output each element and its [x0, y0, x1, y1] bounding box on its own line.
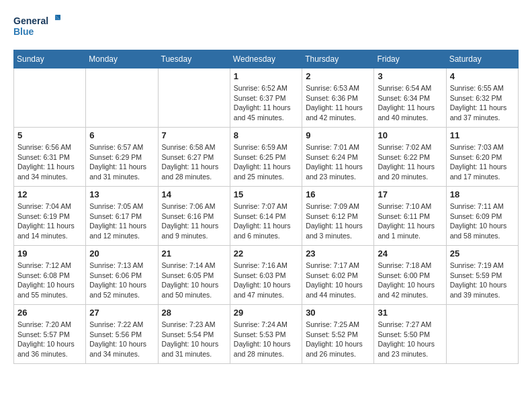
logo-svg: General Blue — [13, 13, 60, 39]
day-number: 24 — [378, 248, 442, 259]
day-number: 29 — [234, 308, 298, 318]
day-number: 27 — [89, 308, 154, 318]
day-info: Sunrise: 7:03 AM Sunset: 6:20 PM Dayligh… — [450, 142, 515, 182]
calendar-cell: 7Sunrise: 6:58 AM Sunset: 6:27 PM Daylig… — [158, 128, 230, 187]
day-info: Sunrise: 7:22 AM Sunset: 5:56 PM Dayligh… — [89, 320, 154, 359]
calendar-cell: 8Sunrise: 6:59 AM Sunset: 6:25 PM Daylig… — [230, 128, 302, 187]
day-info: Sunrise: 6:54 AM Sunset: 6:34 PM Dayligh… — [378, 83, 442, 123]
calendar-cell: 13Sunrise: 7:05 AM Sunset: 6:17 PM Dayli… — [86, 187, 158, 246]
day-number: 31 — [378, 308, 442, 318]
calendar-cell: 14Sunrise: 7:06 AM Sunset: 6:16 PM Dayli… — [158, 187, 230, 246]
day-info: Sunrise: 7:09 AM Sunset: 6:12 PM Dayligh… — [306, 201, 370, 241]
day-number: 1 — [234, 71, 298, 81]
day-number: 2 — [306, 71, 370, 81]
day-number: 15 — [234, 189, 298, 199]
calendar-cell: 25Sunrise: 7:19 AM Sunset: 5:59 PM Dayli… — [446, 246, 518, 305]
calendar-table: SundayMondayTuesdayWednesdayThursdayFrid… — [13, 50, 519, 364]
calendar-cell: 28Sunrise: 7:23 AM Sunset: 5:54 PM Dayli… — [158, 305, 230, 364]
day-header-tuesday: Tuesday — [158, 50, 230, 68]
calendar-cell: 18Sunrise: 7:11 AM Sunset: 6:09 PM Dayli… — [446, 187, 518, 246]
day-info: Sunrise: 7:10 AM Sunset: 6:11 PM Dayligh… — [378, 201, 442, 241]
day-info: Sunrise: 7:20 AM Sunset: 5:57 PM Dayligh… — [17, 320, 82, 359]
day-info: Sunrise: 6:59 AM Sunset: 6:25 PM Dayligh… — [234, 142, 298, 182]
day-info: Sunrise: 6:53 AM Sunset: 6:36 PM Dayligh… — [306, 83, 370, 123]
day-number: 9 — [306, 130, 370, 140]
day-number: 20 — [89, 248, 154, 259]
day-number: 16 — [306, 189, 370, 199]
header-row: SundayMondayTuesdayWednesdayThursdayFrid… — [14, 50, 519, 68]
calendar-cell: 12Sunrise: 7:04 AM Sunset: 6:19 PM Dayli… — [14, 187, 86, 246]
day-info: Sunrise: 7:05 AM Sunset: 6:17 PM Dayligh… — [89, 201, 154, 241]
week-row-5: 26Sunrise: 7:20 AM Sunset: 5:57 PM Dayli… — [14, 305, 519, 364]
day-info: Sunrise: 7:24 AM Sunset: 5:53 PM Dayligh… — [234, 320, 298, 359]
calendar-cell: 24Sunrise: 7:18 AM Sunset: 6:00 PM Dayli… — [374, 246, 446, 305]
calendar-cell: 17Sunrise: 7:10 AM Sunset: 6:11 PM Dayli… — [374, 187, 446, 246]
day-info: Sunrise: 6:55 AM Sunset: 6:32 PM Dayligh… — [450, 83, 515, 123]
day-info: Sunrise: 7:02 AM Sunset: 6:22 PM Dayligh… — [378, 142, 442, 182]
day-number: 6 — [89, 130, 154, 140]
day-number: 3 — [378, 71, 442, 81]
calendar-cell: 3Sunrise: 6:54 AM Sunset: 6:34 PM Daylig… — [374, 68, 446, 128]
calendar-cell: 11Sunrise: 7:03 AM Sunset: 6:20 PM Dayli… — [446, 128, 518, 187]
calendar-cell — [14, 68, 86, 128]
calendar-cell: 4Sunrise: 6:55 AM Sunset: 6:32 PM Daylig… — [446, 68, 518, 128]
day-number: 12 — [17, 189, 82, 199]
day-number: 23 — [306, 248, 370, 259]
calendar-cell: 27Sunrise: 7:22 AM Sunset: 5:56 PM Dayli… — [86, 305, 158, 364]
day-number: 22 — [234, 248, 298, 259]
day-info: Sunrise: 6:52 AM Sunset: 6:37 PM Dayligh… — [234, 83, 298, 123]
day-info: Sunrise: 7:12 AM Sunset: 6:08 PM Dayligh… — [17, 261, 82, 300]
calendar-cell — [86, 68, 158, 128]
day-info: Sunrise: 7:27 AM Sunset: 5:50 PM Dayligh… — [378, 320, 442, 359]
calendar-cell: 9Sunrise: 7:01 AM Sunset: 6:24 PM Daylig… — [302, 128, 374, 187]
day-number: 13 — [89, 189, 154, 199]
day-header-friday: Friday — [374, 50, 446, 68]
week-row-4: 19Sunrise: 7:12 AM Sunset: 6:08 PM Dayli… — [14, 246, 519, 305]
day-number: 11 — [450, 130, 515, 140]
day-number: 17 — [378, 189, 442, 199]
day-number: 19 — [17, 248, 82, 259]
day-info: Sunrise: 6:56 AM Sunset: 6:31 PM Dayligh… — [17, 142, 82, 182]
week-row-2: 5Sunrise: 6:56 AM Sunset: 6:31 PM Daylig… — [14, 128, 519, 187]
day-header-sunday: Sunday — [14, 50, 86, 68]
day-number: 30 — [306, 308, 370, 318]
day-header-monday: Monday — [86, 50, 158, 68]
day-info: Sunrise: 7:17 AM Sunset: 6:02 PM Dayligh… — [306, 261, 370, 300]
day-info: Sunrise: 7:13 AM Sunset: 6:06 PM Dayligh… — [89, 261, 154, 300]
calendar-cell: 15Sunrise: 7:07 AM Sunset: 6:14 PM Dayli… — [230, 187, 302, 246]
day-info: Sunrise: 7:16 AM Sunset: 6:03 PM Dayligh… — [234, 261, 298, 300]
day-number: 7 — [162, 130, 226, 140]
day-number: 21 — [162, 248, 226, 259]
calendar-cell: 6Sunrise: 6:57 AM Sunset: 6:29 PM Daylig… — [86, 128, 158, 187]
day-number: 4 — [450, 71, 515, 81]
week-row-3: 12Sunrise: 7:04 AM Sunset: 6:19 PM Dayli… — [14, 187, 519, 246]
day-header-wednesday: Wednesday — [230, 50, 302, 68]
day-info: Sunrise: 7:18 AM Sunset: 6:00 PM Dayligh… — [378, 261, 442, 300]
day-number: 5 — [17, 130, 82, 140]
calendar-cell: 16Sunrise: 7:09 AM Sunset: 6:12 PM Dayli… — [302, 187, 374, 246]
calendar-cell — [158, 68, 230, 128]
calendar-cell: 10Sunrise: 7:02 AM Sunset: 6:22 PM Dayli… — [374, 128, 446, 187]
calendar-cell: 29Sunrise: 7:24 AM Sunset: 5:53 PM Dayli… — [230, 305, 302, 364]
calendar-cell: 22Sunrise: 7:16 AM Sunset: 6:03 PM Dayli… — [230, 246, 302, 305]
calendar-cell — [446, 305, 518, 364]
day-info: Sunrise: 6:58 AM Sunset: 6:27 PM Dayligh… — [162, 142, 226, 182]
calendar-cell: 20Sunrise: 7:13 AM Sunset: 6:06 PM Dayli… — [86, 246, 158, 305]
calendar-cell: 19Sunrise: 7:12 AM Sunset: 6:08 PM Dayli… — [14, 246, 86, 305]
logo: General Blue — [13, 13, 60, 39]
calendar-cell: 2Sunrise: 6:53 AM Sunset: 6:36 PM Daylig… — [302, 68, 374, 128]
day-header-saturday: Saturday — [446, 50, 518, 68]
day-info: Sunrise: 7:23 AM Sunset: 5:54 PM Dayligh… — [162, 320, 226, 359]
calendar-cell: 21Sunrise: 7:14 AM Sunset: 6:05 PM Dayli… — [158, 246, 230, 305]
week-row-1: 1Sunrise: 6:52 AM Sunset: 6:37 PM Daylig… — [14, 68, 519, 128]
day-number: 8 — [234, 130, 298, 140]
calendar-cell: 31Sunrise: 7:27 AM Sunset: 5:50 PM Dayli… — [374, 305, 446, 364]
calendar-cell: 23Sunrise: 7:17 AM Sunset: 6:02 PM Dayli… — [302, 246, 374, 305]
day-info: Sunrise: 7:19 AM Sunset: 5:59 PM Dayligh… — [450, 261, 515, 300]
day-header-thursday: Thursday — [302, 50, 374, 68]
day-info: Sunrise: 7:11 AM Sunset: 6:09 PM Dayligh… — [450, 201, 515, 241]
calendar-cell: 1Sunrise: 6:52 AM Sunset: 6:37 PM Daylig… — [230, 68, 302, 128]
day-number: 28 — [162, 308, 226, 318]
day-info: Sunrise: 7:07 AM Sunset: 6:14 PM Dayligh… — [234, 201, 298, 241]
day-number: 10 — [378, 130, 442, 140]
